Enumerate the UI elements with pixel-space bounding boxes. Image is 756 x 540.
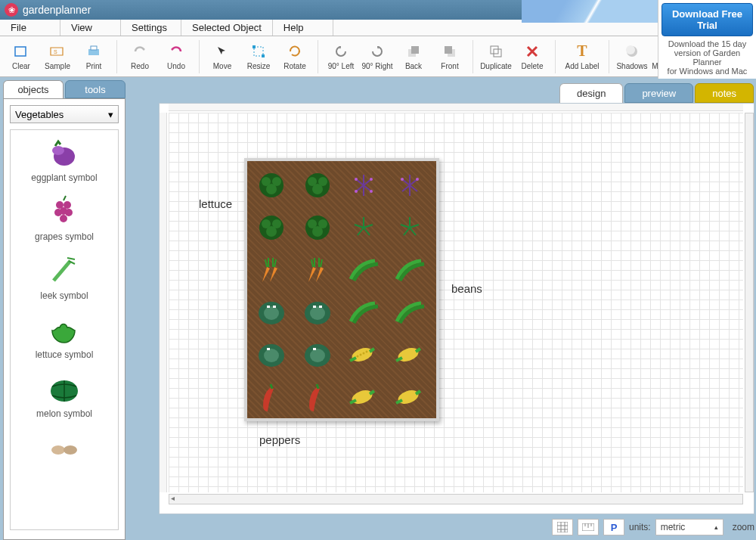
tool-front[interactable]: Front <box>432 43 468 70</box>
svg-text:S: S <box>54 49 57 54</box>
plant-carrot[interactable] <box>301 253 334 287</box>
plant-corn[interactable] <box>347 338 380 371</box>
tab-design[interactable]: design <box>559 83 623 103</box>
svg-rect-54 <box>313 306 316 308</box>
tool-redo[interactable]: Redo <box>122 43 158 70</box>
plant-corn[interactable] <box>393 380 426 414</box>
palette-item-extra[interactable] <box>11 430 118 464</box>
lettuce-icon <box>47 312 82 346</box>
tool-add-label[interactable]: TAdd Label <box>560 43 604 70</box>
tool-rotate[interactable]: Rotate <box>277 43 313 70</box>
design-grid[interactable]: lettuce beans peppers <box>169 113 743 492</box>
ruler-toggle-button[interactable] <box>578 519 599 535</box>
tool-duplicate[interactable]: Duplicate <box>478 43 514 70</box>
header-image <box>522 0 658 23</box>
plant-bean[interactable] <box>393 296 426 329</box>
tool-delete[interactable]: Delete <box>514 43 550 70</box>
palette-item-grapes[interactable]: grapes symbol <box>11 194 118 242</box>
p-button[interactable]: P <box>603 519 624 535</box>
plant-cabbage[interactable] <box>255 296 288 329</box>
svg-rect-10 <box>445 46 452 54</box>
bed-label-lettuce[interactable]: lettuce <box>199 197 232 210</box>
category-select[interactable]: Vegetables ▾ <box>10 105 119 123</box>
plant-pepper[interactable] <box>301 380 334 414</box>
tool-shadows[interactable]: Shadows <box>614 43 650 70</box>
svg-point-64 <box>360 354 362 356</box>
units-select[interactable]: metric ▴ <box>655 519 723 535</box>
rotate-left-icon <box>333 43 349 60</box>
svg-rect-61 <box>313 348 316 350</box>
svg-point-69 <box>396 388 420 407</box>
plant-carrot[interactable] <box>255 253 288 287</box>
tool-clear[interactable]: Clear <box>3 43 39 70</box>
svg-point-22 <box>60 215 67 222</box>
palette-item-eggplant[interactable]: eggplant symbol <box>11 135 118 183</box>
download-button[interactable]: Download Free Trial <box>662 3 753 36</box>
plant-pepper[interactable] <box>255 380 288 414</box>
palette-label: lettuce symbol <box>36 349 94 360</box>
menu-view[interactable]: View <box>60 20 121 36</box>
melon-icon <box>47 371 82 405</box>
plant-corn[interactable] <box>393 338 426 371</box>
plant-purple[interactable] <box>347 169 380 202</box>
plant-lettuce[interactable] <box>301 211 334 244</box>
svg-point-25 <box>64 445 77 455</box>
tool-90-left[interactable]: 90° Left <box>323 43 359 70</box>
object-palette[interactable]: eggplant symbol grapes symbol leek symbo… <box>10 129 119 530</box>
palette-item-leek[interactable]: leek symbol <box>11 253 118 301</box>
palette-item-melon[interactable]: melon symbol <box>11 371 118 419</box>
plant-lettuce[interactable] <box>301 169 334 202</box>
tool-print[interactable]: Print <box>76 43 112 70</box>
vertical-scrollbar[interactable] <box>745 113 754 492</box>
download-banner: Download Free Trial Download the 15 day … <box>658 0 756 79</box>
tool-resize[interactable]: Resize <box>240 43 277 70</box>
plant-lettuce[interactable] <box>255 169 288 202</box>
plant-herb[interactable] <box>347 211 380 244</box>
bed-label-peppers[interactable]: peppers <box>259 433 300 446</box>
menu-help[interactable]: Help <box>273 20 333 36</box>
svg-rect-8 <box>411 46 419 54</box>
plant-cabbage[interactable] <box>255 338 288 371</box>
tool-sample[interactable]: SSample <box>39 43 76 70</box>
menu-file[interactable]: File <box>0 20 60 36</box>
rotate-icon <box>287 43 303 60</box>
grid-toggle-button[interactable] <box>552 519 573 535</box>
plant-herb[interactable] <box>393 211 426 244</box>
panel-tab-objects[interactable]: objects <box>3 80 64 98</box>
tab-notes[interactable]: notes <box>695 83 754 103</box>
plant-bean[interactable] <box>347 253 380 287</box>
bed-label-beans[interactable]: beans <box>451 282 482 295</box>
plant-bean[interactable] <box>393 253 426 287</box>
panel-tab-tools[interactable]: tools <box>65 80 125 98</box>
print-icon <box>85 43 102 60</box>
horizontal-scrollbar[interactable] <box>169 494 743 504</box>
plant-cabbage[interactable] <box>301 338 334 371</box>
tool-undo[interactable]: Undo <box>158 43 194 70</box>
plant-cabbage[interactable] <box>301 296 334 329</box>
menu-selected-object[interactable]: Selected Object <box>181 20 273 36</box>
svg-rect-3 <box>91 46 97 50</box>
palette-item-lettuce[interactable]: lettuce symbol <box>11 312 118 360</box>
units-label: units: <box>629 522 651 532</box>
plant-lettuce[interactable] <box>255 211 288 244</box>
svg-point-20 <box>54 209 62 216</box>
category-value: Vegetables <box>15 109 64 120</box>
plant-purple[interactable] <box>393 169 426 202</box>
garden-bed[interactable] <box>244 158 439 421</box>
tool-move[interactable]: Move <box>204 43 240 70</box>
svg-point-63 <box>357 355 359 358</box>
mushroom-icon <box>47 430 82 464</box>
plant-corn[interactable] <box>347 380 380 414</box>
tool-back[interactable]: Back <box>395 43 432 70</box>
plant-bean[interactable] <box>347 296 380 329</box>
svg-rect-55 <box>319 306 322 308</box>
tab-preview[interactable]: preview <box>624 83 693 103</box>
tool-90-right[interactable]: 90° Right <box>359 43 395 70</box>
svg-point-53 <box>310 306 325 320</box>
svg-rect-51 <box>273 306 276 308</box>
left-panel: objects tools Vegetables ▾ eggplant symb… <box>0 77 129 540</box>
menu-settings[interactable]: Settings <box>121 20 181 36</box>
svg-rect-6 <box>262 54 265 57</box>
chevron-down-icon: ▾ <box>108 109 113 120</box>
canvas[interactable]: design preview notes lettuce beans peppe… <box>159 103 754 514</box>
